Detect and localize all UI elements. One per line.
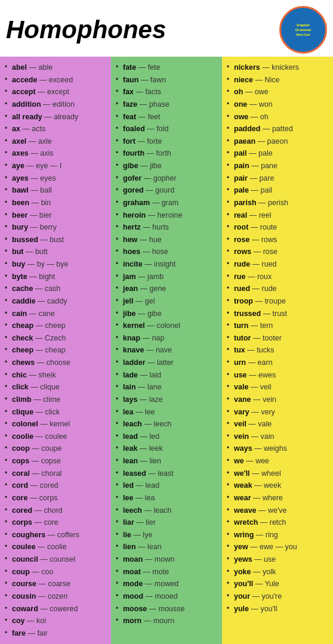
list-item: vein — vain [227,431,329,443]
list-item: cored — chord [5,504,107,517]
list-item: coulee — coolie [5,541,107,553]
list-item: vary — very [227,406,329,419]
column-2-list: fate — fetefaun — fawnfax — factsfaze — … [116,61,218,627]
list-item: lays — laze [116,394,218,406]
list-item: been — bin [5,197,107,209]
column-1: abel — ableaccede — exceedaccept — excep… [0,57,111,644]
list-item: vane — vein [227,394,329,406]
list-item: leach — leech [116,418,218,431]
list-item: gored — gourd [116,184,218,197]
list-item: buy — by — bye [5,258,107,271]
list-item: pale — pail [227,184,329,197]
list-item: yews — use [227,553,329,566]
list-item: coral — choral [5,467,107,480]
list-item: coy — koi [5,615,107,627]
list-item: wretch — retch [227,516,329,529]
list-item: rue — roux [227,271,329,283]
list-item: oh — owe [227,86,329,98]
list-item: leak — leek [116,442,218,455]
list-item: but — butt [5,246,107,258]
list-item: lee — lea [116,492,218,504]
list-item: one — won [227,98,329,111]
list-item: council — counsel [5,553,107,566]
list-item: rows — rose [227,246,329,258]
list-item: jibe — gibe [116,308,218,320]
columns-container: abel — ableaccede — exceedaccept — excep… [0,57,333,644]
list-item: fare — fair [5,627,107,640]
list-item: mood — mooed [116,590,218,603]
list-item: faun — fawn [116,74,218,86]
list-item: cache — cash [5,283,107,295]
list-item: jam — jamb [116,271,218,283]
list-item: accede — exceed [5,74,107,86]
list-item: core — corps [5,492,107,504]
list-item: yoke — yolk [227,566,329,578]
list-item: bury — berry [5,221,107,234]
list-item: jean — gene [116,283,218,295]
list-item: check — Czech [5,332,107,345]
list-item: cain — cane [5,308,107,320]
list-item: lade — laid [116,369,218,382]
list-item: pair — pare [227,172,329,185]
list-item: lea — lee [116,406,218,419]
list-item: weave — we've [227,504,329,517]
list-item: urn — earn [227,357,329,369]
list-item: feat — feet [116,111,218,123]
list-item: foaled — fold [116,123,218,135]
list-item: coolie — coulee [5,431,107,443]
list-item: graham — gram [116,197,218,209]
logo: English Grammar Here.Com [279,6,327,54]
list-item: use — ewes [227,369,329,382]
list-item: hew — hue [116,234,218,246]
list-item: cord — cored [5,479,107,492]
list-item: turn — tern [227,320,329,332]
list-item: bussed — bust [5,234,107,246]
list-item: hoes — hose [116,246,218,258]
list-item: coward — cowered [5,603,107,615]
list-item: caddie — caddy [5,295,107,308]
list-item: gofer — gopher [116,172,218,185]
list-item: fourth — forth [116,147,218,160]
list-item: addition — edition [5,98,107,111]
list-item: yew — ewe — you [227,541,329,553]
column-3-list: nickers — knickersniece — Niceoh — oweon… [227,61,329,615]
list-item: cops — copse [5,455,107,467]
list-item: weak — week [227,479,329,492]
list-item: paean — paeon [227,135,329,148]
list-item: fort — forte [116,135,218,148]
list-item: troop — troupe [227,295,329,308]
list-item: cousin — cozen [5,590,107,603]
list-item: all ready — already [5,111,107,123]
list-item: veil — vale [227,418,329,431]
list-item: corps — core [5,516,107,529]
list-item: chic — sheik [5,369,107,382]
list-item: knap — nap [116,332,218,345]
list-item: moose — mousse [116,603,218,615]
column-2: fate — fetefaun — fawnfax — factsfaze — … [111,57,222,644]
list-item: you'll — Yule [227,578,329,590]
list-item: beer — bier [5,209,107,222]
list-item: lien — lean [116,541,218,553]
list-item: padded — patted [227,123,329,135]
list-item: coop — coupe [5,442,107,455]
list-item: lain — lane [116,381,218,394]
list-item: fax — facts [116,86,218,98]
list-item: moat — mote [116,566,218,578]
list-item: ayes — eyes [5,172,107,185]
list-item: lie — lye [116,529,218,541]
list-item: axes — axis [5,147,107,160]
list-item: yule — you'll [227,603,329,615]
list-item: we'll — wheel [227,467,329,480]
list-item: coughers — coffers [5,529,107,541]
list-item: incite — insight [116,258,218,271]
list-item: heroin — heroine [116,209,218,222]
list-item: vale — veil [227,381,329,394]
list-item: mode — mowed [116,578,218,590]
list-item: click — clique [5,381,107,394]
list-item: rude — rued [227,258,329,271]
list-item: kernel — colonel [116,320,218,332]
list-item: faze — phase [116,98,218,111]
list-item: aye — eye — I [5,160,107,172]
list-item: climb — clime [5,394,107,406]
list-item: we — wee [227,455,329,467]
